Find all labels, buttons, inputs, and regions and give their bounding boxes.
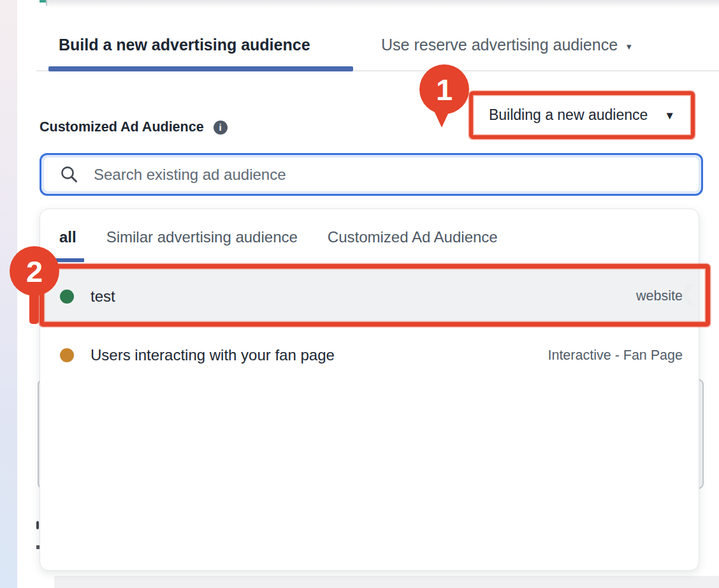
audience-section-label: Customized Ad Audience [40,119,204,135]
annotation-box-2 [40,264,710,327]
results-filter-tabs: all Similar advertising audience Customi… [40,209,699,265]
tab-reserve-label: Use reserve advertising audience [381,36,618,54]
audience-section-header: Customized Ad Audience i [40,119,228,135]
search-field [44,158,699,191]
left-gradient-strip [0,0,17,588]
status-dot-icon [60,348,74,362]
page-bottom-band [54,576,719,588]
annotation-step-1-badge: 1 [419,64,469,114]
search-icon [60,165,78,184]
filter-tab-all[interactable]: all [59,228,76,246]
active-filter-underline [55,258,84,262]
top-edge-shadow [46,0,719,8]
audience-mode-value: Building a new audience [489,107,648,124]
audience-results-dropdown: all Similar advertising audience Customi… [40,209,699,571]
tab-build-new-audience[interactable]: Build a new advertising audience [59,36,310,54]
filter-tab-customized-audience[interactable]: Customized Ad Audience [328,228,498,246]
audience-name: Users interacting with your fan page [91,346,335,364]
audience-category: Interactive - Fan Page [548,348,683,364]
active-tab-underline [48,66,353,71]
caret-down-icon: ▼ [664,108,675,122]
caret-down-icon: ▾ [627,38,632,52]
obscured-text-fragment [36,521,39,529]
filter-tab-similar-audience[interactable]: Similar advertising audience [106,228,298,246]
search-field-focus-ring [40,153,703,196]
cropped-border-fragment [46,0,47,6]
info-icon[interactable]: i [214,121,228,135]
screen: Build a new advertising audience Use res… [0,0,719,588]
audience-list-item-fan-page[interactable]: Users interacting with your fan page Int… [40,332,699,378]
annotation-box-1: Building a new audience ▼ [469,91,695,139]
search-input[interactable] [92,157,699,192]
audience-mode-dropdown[interactable]: Building a new audience ▼ [473,95,691,135]
tab-use-reserve-audience[interactable]: Use reserve advertising audience ▾ [381,36,632,54]
annotation-step-2-badge: 2 [10,246,59,296]
